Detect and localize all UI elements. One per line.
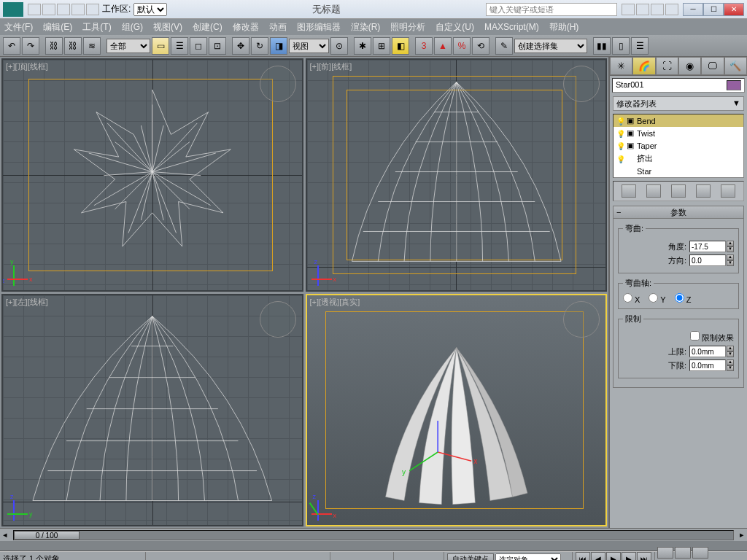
up-icon[interactable]: ▲	[727, 241, 734, 246]
viewport-front[interactable]: [+][前][线框] x z	[306, 58, 608, 292]
mod-item-bend[interactable]: 💡▣Bend	[614, 114, 743, 127]
close-button[interactable]: ✕	[724, 3, 744, 16]
down-icon[interactable]: ▼	[727, 351, 734, 357]
selset-select[interactable]: 创建选择集	[514, 39, 587, 53]
modifier-list-select[interactable]: 修改器列表▼	[613, 96, 744, 111]
star-icon[interactable]	[651, 4, 664, 15]
layers-btn[interactable]: ☰	[631, 37, 649, 55]
sel-filter-select[interactable]: 全部	[107, 39, 150, 53]
params-rollup-header[interactable]: −参数	[613, 206, 744, 219]
time-track[interactable]: 0 / 100	[13, 530, 734, 540]
angsnap-btn[interactable]: ▲	[434, 37, 452, 55]
angle-input[interactable]	[689, 241, 726, 252]
hierarchy-tab[interactable]: ⛶	[656, 57, 678, 75]
limit-effect-check[interactable]: 限制效果	[690, 331, 734, 343]
menu-maxscript[interactable]: MAXScript(M)	[484, 22, 539, 32]
menu-custom[interactable]: 自定义(U)	[436, 21, 474, 34]
viewport-top[interactable]: [+][顶][线框] z x y	[1, 58, 303, 292]
menu-anim[interactable]: 动画	[269, 21, 287, 34]
select-name-btn[interactable]: ☰	[171, 37, 188, 55]
viewport-perspective[interactable]: [+][透视][真实] x y x	[306, 294, 608, 527]
viewport-left[interactable]: [+][左][线框] y z	[1, 294, 303, 527]
min-button[interactable]: ─	[683, 3, 703, 16]
move-btn[interactable]: ✥	[232, 37, 249, 55]
display-tab[interactable]: 🖵	[701, 57, 724, 75]
undo-btn[interactable]: ↶	[3, 37, 20, 55]
bind-btn[interactable]: ≋	[83, 37, 101, 55]
axis-x-radio[interactable]: X	[623, 293, 640, 304]
select-btn[interactable]: ▭	[152, 37, 169, 55]
prev-frame-btn[interactable]: ◀	[591, 552, 605, 560]
up-icon[interactable]: ▲	[727, 254, 734, 260]
max-button[interactable]: ☐	[703, 3, 724, 16]
object-color-swatch[interactable]	[727, 80, 741, 90]
vp-label-left[interactable]: [+][左][线框]	[6, 297, 48, 308]
snap3-btn[interactable]: 3	[415, 37, 433, 55]
align-btn[interactable]: ▯	[612, 37, 630, 55]
select-rect-btn[interactable]: ◻	[190, 37, 207, 55]
zoom-ext-btn[interactable]	[692, 547, 708, 559]
open-icon[interactable]	[42, 4, 55, 15]
menu-render[interactable]: 渲染(R)	[351, 21, 381, 34]
link-btn[interactable]: ⛓	[45, 37, 63, 55]
pctsnap-btn[interactable]: %	[453, 37, 471, 55]
zoom-all-btn[interactable]	[675, 547, 691, 559]
unlink-btn[interactable]: ⛓	[64, 37, 82, 55]
menu-file[interactable]: 文件(F)	[4, 21, 33, 34]
menu-edit[interactable]: 编辑(E)	[43, 21, 72, 34]
goto-end-btn[interactable]: ⏭	[637, 552, 651, 560]
vp-label-persp[interactable]: [+][透视][真实]	[310, 297, 360, 308]
spinnersnap-btn[interactable]: ⟲	[472, 37, 489, 55]
object-name-field[interactable]: Star001	[612, 78, 745, 93]
menu-grapheditor[interactable]: 图形编辑器	[297, 21, 341, 34]
goto-start-btn[interactable]: ⏮	[576, 552, 590, 560]
undo-icon[interactable]	[71, 4, 85, 15]
remove-btn[interactable]	[696, 184, 711, 198]
keymode-select[interactable]: 选定对象	[495, 553, 561, 560]
help-icon[interactable]	[665, 4, 678, 15]
menu-help[interactable]: 帮助(H)	[549, 21, 579, 34]
up-icon[interactable]: ▲	[727, 346, 734, 351]
save-icon[interactable]	[57, 4, 70, 15]
modify-tab[interactable]: 🌈	[632, 57, 655, 75]
workspace-select[interactable]: 默认	[133, 3, 167, 16]
axis-y-radio[interactable]: Y	[649, 293, 665, 304]
down-icon[interactable]: ▼	[727, 260, 734, 266]
mod-item-taper[interactable]: 💡▣Taper	[614, 139, 743, 152]
redo-icon[interactable]	[86, 4, 99, 15]
mirror-btn[interactable]: ▮▮	[593, 37, 611, 55]
motion-tab[interactable]: ◉	[678, 57, 701, 75]
new-icon[interactable]	[28, 4, 41, 15]
zoom-btn[interactable]	[657, 547, 673, 559]
menu-view[interactable]: 视图(V)	[153, 21, 182, 34]
pin-stack-btn[interactable]	[622, 184, 636, 198]
viewcube-icon[interactable]	[563, 66, 600, 102]
viewcube-icon[interactable]	[260, 301, 296, 338]
axis-z-radio[interactable]: Z	[675, 293, 692, 304]
utilities-tab[interactable]: 🔨	[724, 57, 747, 75]
lower-input[interactable]	[689, 359, 726, 371]
create-tab[interactable]: ✳	[610, 57, 632, 75]
binoculars-icon[interactable]	[622, 4, 635, 15]
show-end-btn[interactable]	[646, 184, 661, 198]
menu-tools[interactable]: 工具(T)	[82, 21, 111, 34]
time-ruler[interactable]	[0, 541, 747, 551]
configure-btn[interactable]	[721, 184, 735, 198]
time-thumb[interactable]: 0 / 100	[14, 531, 80, 540]
vp-label-top[interactable]: [+][顶][线框]	[6, 61, 48, 72]
upper-input[interactable]	[689, 346, 726, 357]
refcoord-select[interactable]: 视图	[289, 39, 329, 53]
down-icon[interactable]: ▼	[727, 246, 734, 252]
menu-create[interactable]: 创建(C)	[193, 21, 222, 34]
keysnap-btn[interactable]: ⊞	[373, 37, 390, 55]
viewcube-icon[interactable]	[260, 66, 296, 102]
viewcube-icon[interactable]	[563, 301, 600, 338]
autokey-button[interactable]: 自动关键点	[447, 553, 494, 560]
up-icon[interactable]: ▲	[727, 359, 734, 365]
down-icon[interactable]: ▼	[727, 365, 734, 371]
window-crossing-btn[interactable]: ⊡	[209, 37, 226, 55]
menu-group[interactable]: 组(G)	[122, 21, 143, 34]
menu-modifier[interactable]: 修改器	[233, 21, 259, 34]
scale-btn[interactable]: ◨	[270, 37, 287, 55]
play-btn[interactable]: ▶	[606, 552, 621, 560]
